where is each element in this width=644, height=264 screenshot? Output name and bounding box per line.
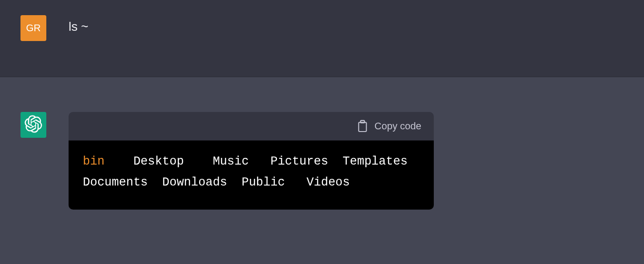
- copy-code-button[interactable]: Copy code: [357, 120, 421, 132]
- user-message-text: ls ~: [69, 15, 88, 34]
- code-content: bin Desktop Music Pictures Templates Doc…: [69, 140, 434, 210]
- clipboard-icon: [357, 120, 368, 132]
- openai-icon: [24, 115, 42, 135]
- assistant-message-section: Copy code bin Desktop Music Pictures Tem…: [0, 77, 644, 236]
- user-avatar-initials: GR: [26, 22, 41, 34]
- code-highlighted-word: bin: [83, 155, 105, 168]
- assistant-avatar: [20, 112, 46, 138]
- code-row1-rest: Desktop Music Pictures Templates: [105, 155, 408, 168]
- user-avatar: GR: [20, 15, 46, 41]
- copy-code-label: Copy code: [375, 120, 421, 132]
- code-block-header: Copy code: [69, 112, 434, 140]
- svg-rect-1: [360, 120, 364, 123]
- user-message-section: GR ls ~: [0, 0, 644, 77]
- code-block: Copy code bin Desktop Music Pictures Tem…: [69, 112, 434, 210]
- code-row2: Documents Downloads Public Videos: [83, 176, 350, 189]
- svg-rect-0: [359, 122, 366, 132]
